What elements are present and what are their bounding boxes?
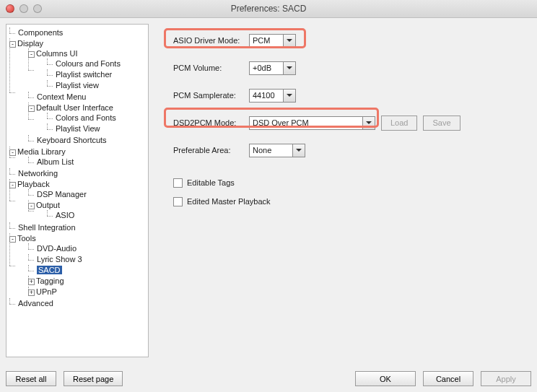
tree-item-components[interactable]: Components: [18, 28, 63, 37]
tree-item-keyboard-shortcuts[interactable]: Keyboard Shortcuts: [37, 136, 107, 144]
tree-toggle-columns-ui[interactable]: -: [28, 51, 35, 58]
pcm-volume-label: PCM Volume:: [173, 64, 249, 72]
tree-toggle-upnp[interactable]: +: [28, 289, 35, 296]
ok-button[interactable]: OK: [355, 371, 416, 386]
dsd2pcm-value: DSD Over PCM: [253, 118, 309, 127]
chevron-down-icon: [283, 35, 295, 47]
tree-toggle-tagging[interactable]: +: [28, 279, 35, 285]
tree-item-colors-and-fonts[interactable]: Colors and Fonts: [56, 113, 116, 122]
pcm-samplerate-label: PCM Samplerate:: [173, 91, 249, 100]
pcm-samplerate-select[interactable]: 44100: [249, 89, 296, 103]
tree-item-upnp[interactable]: UPnP: [36, 287, 57, 296]
tree-item-tools[interactable]: Tools: [17, 234, 36, 243]
tree-item-dvd-audio[interactable]: DVD-Audio: [37, 244, 77, 253]
pcm-volume-value: +0dB: [253, 64, 271, 72]
load-button: Load: [381, 116, 417, 131]
tree-item-playlist-view-1[interactable]: Playlist view: [56, 81, 99, 90]
edited-master-label: Edited Master Playback: [187, 197, 271, 206]
tree-toggle-display[interactable]: -: [9, 41, 16, 48]
chevron-down-icon: [283, 90, 295, 102]
footer: Reset all Reset page OK Cancel Apply: [6, 371, 531, 386]
preferences-tree[interactable]: Components -Display -Columns UI Colours …: [6, 24, 149, 357]
apply-button: Apply: [481, 371, 531, 386]
close-icon[interactable]: [6, 4, 14, 13]
tree-item-lyric-show-3[interactable]: Lyric Show 3: [37, 255, 82, 263]
tree-toggle-tools[interactable]: -: [9, 236, 16, 243]
tree-item-tagging[interactable]: Tagging: [36, 276, 64, 285]
asio-mode-select[interactable]: PCM: [249, 34, 296, 48]
zoom-icon[interactable]: [33, 4, 42, 13]
tree-item-shell-integration[interactable]: Shell Integration: [18, 223, 76, 232]
tree-item-album-list[interactable]: Album List: [37, 157, 74, 166]
chevron-down-icon: [292, 144, 305, 157]
minimize-icon[interactable]: [19, 4, 28, 13]
asio-mode-label: ASIO Driver Mode:: [173, 36, 249, 45]
pref-area-value: None: [253, 146, 271, 154]
tree-item-columns-ui[interactable]: Columns UI: [36, 49, 77, 58]
chevron-down-icon: [283, 62, 295, 74]
edited-master-checkbox[interactable]: [173, 197, 183, 206]
save-button: Save: [423, 116, 460, 131]
tree-item-display[interactable]: Display: [17, 39, 43, 48]
dsd2pcm-select[interactable]: DSD Over PCM: [249, 116, 375, 130]
window-title: Preferences: SACD: [0, 4, 537, 14]
dsd2pcm-label: DSD2PCM Mode:: [173, 118, 249, 127]
tree-item-asio[interactable]: ASIO: [56, 211, 74, 219]
tree-item-output[interactable]: Output: [36, 201, 60, 209]
editable-tags-label: Editable Tags: [187, 178, 235, 187]
tree-item-colours-and-fonts[interactable]: Colours and Fonts: [56, 59, 121, 68]
editable-tags-checkbox[interactable]: [173, 178, 183, 188]
tree-item-advanced[interactable]: Advanced: [18, 299, 53, 308]
tree-toggle-default-ui[interactable]: -: [28, 105, 35, 112]
tree-toggle-media-library[interactable]: -: [9, 149, 16, 156]
settings-pane: ASIO Driver Mode: PCM PCM Volume: +0dB: [156, 24, 531, 357]
pref-area-label: Preferable Area:: [173, 146, 249, 154]
tree-item-sacd[interactable]: SACD: [37, 266, 62, 274]
tree-item-playback[interactable]: Playback: [17, 180, 50, 188]
tree-item-playlist-switcher[interactable]: Playlist switcher: [56, 70, 112, 79]
tree-item-networking[interactable]: Networking: [18, 169, 58, 178]
asio-mode-value: PCM: [253, 36, 270, 45]
tree-toggle-output[interactable]: -: [28, 203, 35, 209]
titlebar: Preferences: SACD: [0, 0, 537, 18]
reset-page-button[interactable]: Reset page: [64, 371, 123, 386]
pref-area-select[interactable]: None: [249, 144, 305, 157]
window-body: Components -Display -Columns UI Colours …: [0, 18, 537, 392]
cancel-button[interactable]: Cancel: [423, 371, 473, 386]
tree-item-playlist-view-2[interactable]: Playlist View: [56, 124, 100, 133]
tree-item-dsp-manager[interactable]: DSP Manager: [37, 190, 87, 199]
tree-item-context-menu[interactable]: Context Menu: [37, 92, 86, 101]
pcm-volume-select[interactable]: +0dB: [249, 61, 296, 75]
chevron-down-icon: [362, 117, 375, 129]
reset-all-button[interactable]: Reset all: [6, 371, 56, 386]
tree-toggle-playback[interactable]: -: [9, 182, 16, 188]
tree-item-default-ui[interactable]: Default User Interface: [36, 103, 113, 112]
tree-item-media-library[interactable]: Media Library: [17, 147, 66, 156]
pcm-samplerate-value: 44100: [253, 91, 275, 100]
